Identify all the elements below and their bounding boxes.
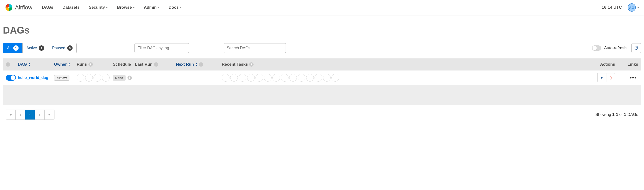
tab-active[interactable]: Active 1	[23, 43, 48, 53]
user-menu[interactable]: AG	[628, 4, 639, 12]
table-header: i DAG Owner Runs i Schedule Last Run i N…	[3, 58, 641, 71]
tab-paused[interactable]: Paused 0	[48, 43, 76, 53]
col-recent: Recent Tasks i	[222, 62, 340, 67]
task-circle[interactable]	[238, 74, 246, 82]
col-lastrun: Last Run i	[135, 62, 176, 67]
col-nextrun[interactable]: Next Run i	[176, 62, 222, 67]
table-row: hello_world_dag airflow None i	[3, 71, 641, 85]
tab-paused-count: 0	[67, 45, 72, 51]
nav-docs[interactable]: Docs	[169, 5, 182, 10]
info-icon[interactable]: i	[249, 62, 254, 67]
page-next[interactable]: ›	[35, 110, 44, 119]
autorefresh-label: Auto-refresh	[604, 46, 627, 51]
nav-admin[interactable]: Admin	[144, 5, 160, 10]
nav-browse[interactable]: Browse	[117, 5, 134, 10]
delete-dag-button[interactable]	[606, 73, 615, 82]
nav-admin-label: Admin	[144, 5, 157, 10]
brand[interactable]: Airflow	[5, 4, 32, 12]
task-circle[interactable]	[256, 74, 263, 82]
showing-of: of	[618, 112, 624, 117]
nav-docs-label: Docs	[169, 5, 179, 10]
task-circle[interactable]	[314, 74, 322, 82]
col-nextrun-label: Next Run	[176, 62, 194, 67]
task-circle[interactable]	[247, 74, 255, 82]
clock[interactable]: 16:14 UTC	[602, 5, 622, 10]
run-circle[interactable]	[85, 74, 93, 82]
info-icon[interactable]: i	[88, 62, 93, 67]
task-circle[interactable]	[264, 74, 272, 82]
run-circle[interactable]	[77, 74, 84, 82]
filter-row: All 1 Active 1 Paused 0 Auto-refresh	[3, 43, 641, 53]
page-first[interactable]: «	[6, 110, 16, 119]
airflow-pinwheel-icon	[5, 4, 13, 12]
col-actions-label: Actions	[600, 62, 615, 67]
refresh-button[interactable]	[632, 43, 641, 53]
col-owner-label: Owner	[54, 62, 67, 67]
col-owner[interactable]: Owner	[54, 62, 77, 67]
page-title: DAGs	[3, 25, 641, 36]
task-circle[interactable]	[323, 74, 331, 82]
col-runs: Runs i	[77, 62, 113, 67]
links-menu-button[interactable]: •••	[628, 75, 638, 81]
page-last[interactable]: »	[44, 110, 54, 119]
refresh-icon	[634, 46, 638, 50]
recent-tasks-status	[222, 74, 340, 82]
dag-name-link[interactable]: hello_world_dag	[18, 76, 48, 80]
col-schedule-label: Schedule	[113, 62, 131, 67]
tab-all[interactable]: All 1	[3, 43, 23, 53]
autorefresh-toggle[interactable]	[592, 45, 601, 51]
tab-active-label: Active	[26, 46, 37, 50]
page-prev[interactable]: ‹	[16, 110, 25, 119]
task-circle[interactable]	[222, 74, 230, 82]
task-circle[interactable]	[230, 74, 238, 82]
task-circle[interactable]	[298, 74, 305, 82]
info-icon[interactable]: i	[154, 62, 158, 67]
user-avatar: AG	[628, 4, 636, 12]
nav-dags-label: DAGs	[42, 5, 53, 10]
owner-chip[interactable]: airflow	[54, 75, 70, 81]
showing-prefix: Showing	[595, 112, 612, 117]
task-circle[interactable]	[306, 74, 314, 82]
svg-point-0	[8, 7, 10, 8]
nav-security-label: Security	[89, 5, 105, 10]
table-empty-space	[3, 85, 641, 105]
col-links-label: Links	[628, 62, 638, 67]
nav-browse-label: Browse	[117, 5, 132, 10]
page-current[interactable]: 1	[25, 110, 35, 119]
info-icon[interactable]: i	[199, 62, 203, 67]
dag-pause-toggle[interactable]	[6, 75, 16, 81]
tab-active-count: 1	[39, 45, 44, 51]
sort-icon	[196, 63, 198, 66]
sort-icon	[68, 63, 70, 66]
trigger-dag-button[interactable]	[598, 73, 606, 82]
tab-all-count: 1	[13, 45, 18, 51]
task-circle[interactable]	[332, 74, 339, 82]
tab-paused-label: Paused	[52, 46, 65, 50]
row-actions	[597, 73, 615, 82]
showing-suffix: DAGs	[626, 112, 638, 117]
col-dag-label: DAG	[18, 62, 27, 67]
task-circle[interactable]	[272, 74, 280, 82]
info-icon[interactable]: i	[128, 76, 132, 80]
nav-dags[interactable]: DAGs	[42, 5, 53, 10]
pager: « ‹ 1 › »	[6, 110, 54, 120]
nav-datasets[interactable]: Datasets	[62, 5, 80, 10]
nav-security[interactable]: Security	[89, 5, 108, 10]
chevron-down-icon	[158, 7, 160, 8]
run-circle[interactable]	[94, 74, 101, 82]
filter-tags-input[interactable]	[134, 43, 189, 53]
nav-datasets-label: Datasets	[62, 5, 80, 10]
showing-total: 1	[624, 112, 626, 117]
run-circle[interactable]	[102, 74, 110, 82]
col-dag[interactable]: DAG	[18, 62, 54, 67]
info-icon[interactable]: i	[6, 62, 10, 67]
footer: « ‹ 1 › » Showing 1-1 of 1 DAGs	[3, 105, 641, 120]
schedule-chip[interactable]: None	[113, 75, 126, 81]
search-dags-input[interactable]	[224, 43, 286, 53]
col-recent-label: Recent Tasks	[222, 62, 248, 67]
col-lastrun-label: Last Run	[135, 62, 152, 67]
task-circle[interactable]	[289, 74, 297, 82]
brand-text: Airflow	[15, 4, 32, 11]
trash-icon	[609, 76, 612, 80]
task-circle[interactable]	[281, 74, 288, 82]
